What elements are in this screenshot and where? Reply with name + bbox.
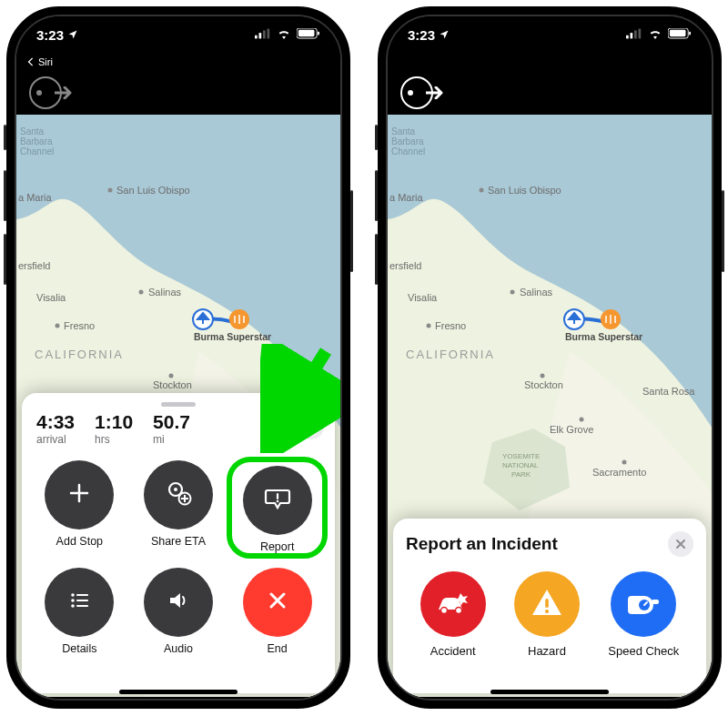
svg-rect-47 — [689, 32, 691, 35]
accident-label: Accident — [430, 644, 476, 658]
phone-left: 3:23 Siri — [6, 6, 350, 709]
svg-text:San Luis Obispo: San Luis Obispo — [116, 185, 190, 196]
svg-text:Channel: Channel — [391, 146, 425, 156]
screen: 3:23 — [386, 15, 713, 701]
distance-value: 50.7 — [153, 412, 190, 431]
home-indicator[interactable] — [490, 690, 609, 694]
phone-side-button — [375, 125, 378, 150]
svg-point-18 — [139, 290, 144, 295]
svg-point-56 — [480, 188, 484, 193]
svg-text:Barbara: Barbara — [20, 136, 53, 146]
svg-point-74 — [622, 460, 627, 465]
arrival-label: arrival — [36, 433, 75, 446]
details-button[interactable]: Details — [33, 568, 126, 655]
svg-text:ersfield: ersfield — [18, 260, 50, 271]
plus-icon — [66, 479, 93, 510]
svg-rect-0 — [255, 35, 258, 39]
notch — [472, 16, 627, 42]
share-eta-button[interactable]: Share ETA — [132, 460, 226, 559]
add-stop-label: Add Stop — [56, 535, 103, 548]
svg-rect-46 — [670, 30, 686, 36]
drawer-grabber[interactable] — [161, 402, 196, 407]
audio-button[interactable]: Audio — [132, 568, 226, 655]
speaker-icon — [165, 587, 192, 618]
list-icon — [66, 587, 93, 618]
svg-point-62 — [427, 324, 431, 328]
battery-icon — [668, 26, 692, 43]
add-stop-button[interactable]: Add Stop — [33, 460, 126, 559]
svg-point-66 — [541, 374, 545, 378]
arrival-time: 4:33 — [36, 412, 75, 431]
audio-label: Audio — [164, 642, 193, 655]
close-panel-button[interactable] — [668, 531, 693, 557]
speed-check-icon — [624, 583, 662, 625]
report-label: Report — [260, 540, 295, 553]
svg-text:YOSEMITE: YOSEMITE — [502, 452, 540, 460]
status-time: 3:23 — [408, 27, 435, 43]
svg-point-37 — [72, 599, 76, 602]
accident-button[interactable]: Accident — [420, 571, 486, 658]
speed-check-button[interactable]: Speed Check — [608, 571, 679, 658]
svg-rect-5 — [298, 30, 315, 36]
svg-rect-42 — [631, 33, 633, 38]
wifi-icon — [648, 26, 662, 43]
svg-text:NATIONAL: NATIONAL — [502, 461, 539, 469]
svg-text:Channel: Channel — [20, 146, 54, 156]
map-label: Santa — [20, 126, 45, 136]
svg-text:a Maria: a Maria — [389, 192, 424, 203]
phone-side-button — [722, 190, 724, 272]
svg-text:Salinas: Salinas — [520, 287, 553, 297]
svg-text:Elk Grove: Elk Grove — [550, 424, 593, 435]
svg-text:CALIFORNIA: CALIFORNIA — [35, 348, 124, 361]
end-button[interactable]: End — [230, 568, 324, 655]
svg-text:Fresno: Fresno — [64, 320, 95, 331]
svg-rect-44 — [639, 29, 642, 39]
svg-point-39 — [72, 604, 76, 608]
status-time: 3:23 — [36, 27, 64, 43]
svg-point-24 — [169, 374, 174, 378]
svg-text:ersfield: ersfield — [389, 260, 421, 271]
report-icon — [262, 483, 293, 518]
duration-value: 1:10 — [95, 412, 133, 431]
details-label: Details — [62, 642, 96, 655]
report-button[interactable]: Report — [236, 466, 318, 553]
navigation-bar — [16, 71, 340, 115]
screen: 3:23 Siri — [15, 15, 342, 701]
svg-point-14 — [108, 188, 113, 193]
phone-side-button — [4, 125, 6, 150]
svg-text:Barbara: Barbara — [391, 136, 424, 146]
svg-rect-41 — [626, 35, 629, 39]
hazard-button[interactable]: Hazard — [514, 571, 580, 658]
distance-label: mi — [153, 433, 190, 446]
svg-text:Stockton: Stockton — [524, 379, 563, 390]
speed-check-label: Speed Check — [608, 644, 679, 658]
share-eta-icon — [163, 478, 194, 512]
duration-label: hrs — [95, 433, 133, 446]
exit-roundabout-icon — [29, 76, 62, 109]
location-icon — [67, 27, 78, 43]
home-indicator[interactable] — [119, 690, 238, 694]
svg-rect-43 — [634, 30, 637, 38]
collapse-drawer-button[interactable] — [298, 414, 324, 439]
signal-icon — [626, 26, 642, 43]
navigation-bar — [388, 71, 712, 115]
svg-text:Burma Superstar: Burma Superstar — [565, 331, 642, 342]
exit-roundabout-icon — [400, 76, 433, 109]
svg-text:a Maria: a Maria — [18, 192, 53, 203]
close-icon — [265, 588, 290, 617]
end-label: End — [268, 642, 288, 655]
phone-right: 3:23 — [378, 6, 722, 709]
svg-rect-1 — [259, 33, 262, 38]
route-stats: 4:33 arrival 1:10 hrs 50.7 mi — [33, 412, 324, 455]
svg-point-82 — [545, 610, 549, 613]
phone-side-button — [4, 170, 6, 221]
siri-back-row[interactable]: Siri — [16, 53, 340, 71]
svg-point-35 — [72, 593, 76, 597]
wifi-icon — [277, 26, 291, 43]
siri-back-label: Siri — [38, 56, 53, 67]
svg-text:Visalia: Visalia — [408, 292, 438, 303]
svg-text:Visalia: Visalia — [36, 292, 66, 303]
svg-point-31 — [174, 488, 177, 491]
location-icon — [439, 27, 450, 43]
svg-text:Salinas: Salinas — [148, 287, 182, 297]
